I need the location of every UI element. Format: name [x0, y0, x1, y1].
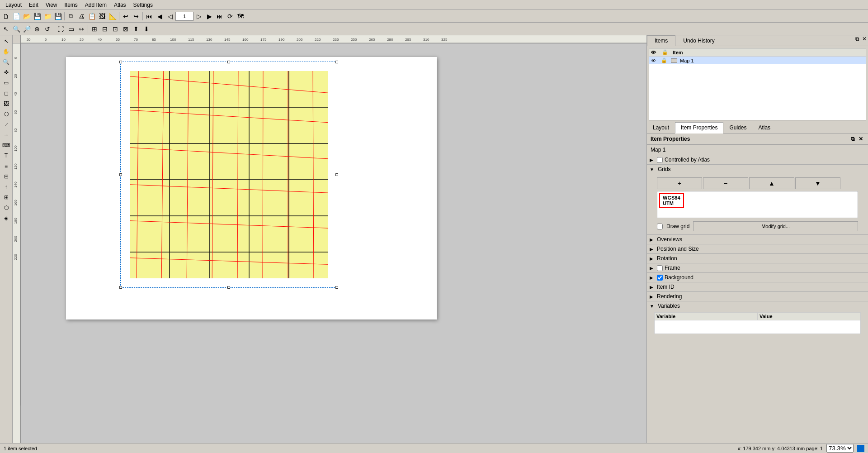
tab-undo-history[interactable]: Undo History [675, 35, 722, 46]
add-grid-button[interactable]: + [657, 177, 702, 189]
panel-close-icon[interactable]: ✕ [861, 35, 868, 43]
handle-br[interactable] [335, 286, 338, 289]
tool-add-scalebar[interactable]: ⊟ [1, 172, 11, 181]
move-grid-up-button[interactable]: ▲ [749, 177, 794, 189]
remove-grid-button[interactable]: − [703, 177, 748, 189]
draw-grid-checkbox[interactable] [657, 224, 663, 229]
handle-bm[interactable] [227, 286, 230, 289]
page-input[interactable]: 1 [175, 12, 193, 21]
menu-atlas[interactable]: Atlas [110, 1, 130, 9]
save-as-template-button[interactable]: 💾 [32, 11, 42, 21]
background-checkbox[interactable] [657, 275, 663, 281]
canvas-area[interactable]: -20 -5 10 25 40 55 70 85 100 115 130 145… [13, 35, 646, 443]
grid-item-label[interactable]: WGS84UTM [659, 193, 684, 208]
handle-bl[interactable] [119, 286, 122, 289]
handle-ml[interactable] [119, 173, 122, 176]
menu-settings[interactable]: Settings [130, 1, 156, 9]
tab-atlas[interactable]: Atlas [752, 122, 776, 133]
grid-item-wgs84utm[interactable]: WGS84UTM [657, 191, 858, 210]
tool-add-table[interactable]: ⊞ [1, 192, 11, 202]
prev-button[interactable]: ◁ [165, 11, 175, 21]
next-button[interactable]: ▷ [194, 11, 204, 21]
tab-guides[interactable]: Guides [723, 122, 752, 133]
tool-add-label[interactable]: T [1, 151, 11, 161]
move-grid-down-button[interactable]: ▼ [795, 177, 840, 189]
atlas-button[interactable]: 🗺 [236, 11, 245, 21]
next-page-button[interactable]: ▶ [204, 11, 214, 21]
menu-layout[interactable]: Layout [2, 1, 25, 9]
new-button[interactable]: 🗋 [1, 11, 11, 21]
export-image-button[interactable]: 🖼 [97, 11, 107, 21]
open-button[interactable]: 📂 [22, 11, 32, 21]
view-full-button[interactable]: ⛶ [56, 24, 66, 34]
menu-items[interactable]: Items [61, 1, 81, 9]
section-variables-header[interactable]: ▼ Variables [647, 301, 868, 310]
tool-select-node[interactable]: ◈ [1, 213, 11, 223]
section-rendering-header[interactable]: ▶ Rendering [647, 292, 868, 301]
modify-grid-button[interactable]: Modify grid... [693, 221, 858, 231]
zoom-selector[interactable]: 73.3% 12.5% 25% 50% 75% 100% 150% 200% [826, 444, 854, 453]
refresh-button[interactable]: ↺ [42, 24, 52, 34]
export-svg-button[interactable]: 📐 [108, 11, 118, 21]
save-button[interactable]: 💾 [53, 11, 63, 21]
tool-add-html[interactable]: ⌨ [1, 140, 11, 150]
tool-add-picture[interactable]: ⬡ [1, 203, 11, 213]
map-item-selection[interactable]: 138.100 248.000 138.150 138.200 2560.000… [120, 62, 337, 288]
handle-tm[interactable] [227, 61, 230, 63]
export-pdf-button[interactable]: 📋 [87, 11, 97, 21]
lower-button[interactable]: ⬇ [142, 24, 151, 34]
panel-float-icon[interactable]: ⧉ [854, 35, 861, 43]
section-atlas-header[interactable]: ▶ Controlled by Atlas [647, 155, 868, 164]
zoom-actual-button[interactable]: ⊕ [32, 24, 42, 34]
menu-edit[interactable]: Edit [25, 1, 42, 9]
group-button[interactable]: ⊡ [110, 24, 120, 34]
tool-add-map[interactable]: ▭ [1, 78, 11, 88]
section-frame-header[interactable]: ▶ Frame [647, 263, 868, 272]
tool-add-image[interactable]: 🖼 [1, 99, 11, 109]
last-page-button[interactable]: ⏭ [215, 11, 225, 21]
duplicate-button[interactable]: ⧉ [66, 11, 76, 21]
redo-button[interactable]: ↪ [131, 11, 141, 21]
frame-checkbox[interactable] [657, 265, 663, 271]
prev-page-button[interactable]: ◀ [155, 11, 165, 21]
handle-tl[interactable] [119, 61, 122, 63]
map1-lock-icon[interactable]: 🔒 [661, 57, 668, 63]
handle-mr[interactable] [335, 173, 338, 176]
zoom-width-button[interactable]: ⇿ [76, 24, 86, 34]
menu-view[interactable]: View [42, 1, 61, 9]
menu-add-item[interactable]: Add Item [81, 1, 110, 9]
tool-add-3d[interactable]: ◻ [1, 88, 11, 98]
ungroup-button[interactable]: ⊠ [121, 24, 131, 34]
section-rotation-header[interactable]: ▶ Rotation [647, 254, 868, 263]
snap-grid-button[interactable]: ⊟ [100, 24, 110, 34]
tool-add-arrow[interactable]: → [1, 130, 11, 140]
tab-item-properties[interactable]: Item Properties [675, 122, 723, 134]
section-position-header[interactable]: ▶ Position and Size [647, 244, 868, 253]
print-button[interactable]: 🖨 [76, 11, 86, 21]
section-background-header[interactable]: ▶ Background [647, 273, 868, 282]
undo-button[interactable]: ↩ [121, 11, 131, 21]
tab-items[interactable]: Items [647, 35, 675, 46]
raise-button[interactable]: ⬆ [131, 24, 141, 34]
first-page-button[interactable]: ⏮ [144, 11, 154, 21]
zoom-in-button[interactable]: 🔍 [11, 24, 21, 34]
handle-tr[interactable] [335, 61, 338, 63]
atlas-refresh-button[interactable]: ⟳ [225, 11, 235, 21]
snap-button[interactable]: ⊞ [90, 24, 99, 34]
tab-layout[interactable]: Layout [647, 122, 675, 133]
tool-add-north-arrow[interactable]: ↑ [1, 182, 11, 192]
zoom-page-button[interactable]: ▭ [66, 24, 76, 34]
item-props-close-icon[interactable]: ✕ [857, 135, 864, 143]
map1-visible-icon[interactable]: 👁 [651, 58, 658, 63]
tool-select[interactable]: ↖ [1, 36, 11, 46]
tool-add-legend[interactable]: ≡ [1, 161, 11, 171]
tool-add-polyline[interactable]: ⟋ [1, 119, 11, 129]
list-item-map1[interactable]: 👁 🔒 Map 1 [649, 57, 866, 64]
tool-add-polygon[interactable]: ⬡ [1, 109, 11, 119]
section-itemid-header[interactable]: ▶ Item ID [647, 282, 868, 291]
section-overviews-header[interactable]: ▶ Overviews [647, 235, 868, 244]
select-pan-button[interactable]: ↖ [1, 24, 11, 34]
open-layout-button[interactable]: 📁 [42, 11, 52, 21]
section-grids-header[interactable]: ▼ Grids [647, 165, 868, 174]
page-canvas[interactable]: 138.100 248.000 138.150 138.200 2560.000… [21, 43, 646, 443]
